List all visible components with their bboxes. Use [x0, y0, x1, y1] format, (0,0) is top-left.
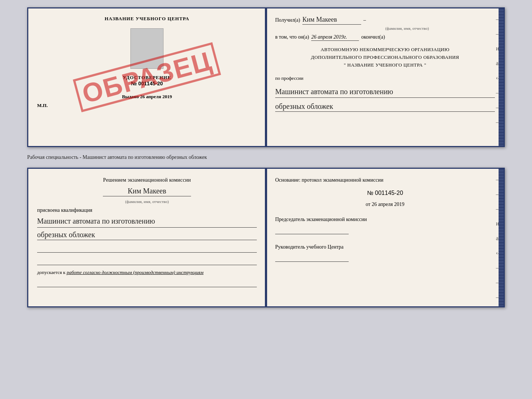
- dash-after-name: –: [363, 17, 366, 23]
- underline-1: [37, 245, 257, 253]
- dopuskaetsya-line: допускается к работе согласно должностны…: [37, 270, 257, 275]
- ot-label: от: [366, 202, 370, 207]
- org-block: АВТОНОМНУЮ НЕКОММЕРЧЕСКУЮ ОРГАНИЗАЦИЮ ДО…: [275, 46, 495, 69]
- fio-sublabel: (фамилия, имя, отчество): [319, 26, 495, 31]
- protocol-date-value: 26 апреля 2019: [372, 202, 405, 207]
- rukovoditel-title: Руководитель учебного Центра: [275, 243, 495, 251]
- bottom-certificate: Решением экзаменационной комиссии Ким Ма…: [27, 168, 505, 307]
- spine-texture: [499, 8, 504, 146]
- osnovanie-title: Основание: протокол экзаменационной коми…: [275, 176, 495, 184]
- top-certificate: НАЗВАНИЕ УЧЕБНОГО ЦЕНТРА УДОСТОВЕРЕНИЕ №…: [27, 7, 505, 147]
- cert-left-page: НАЗВАНИЕ УЧЕБНОГО ЦЕНТРА УДОСТОВЕРЕНИЕ №…: [28, 8, 266, 146]
- cert-right-page: Получил(а) Ким Макеев – (фамилия, имя, о…: [266, 8, 504, 146]
- rukovoditel-sign-line: [275, 253, 349, 262]
- bottom-left-page: Решением экзаменационной комиссии Ким Ма…: [28, 169, 266, 306]
- resheniyem-text: Решением экзаменационной комиссии: [103, 177, 191, 183]
- profession-line1: Машинист автомата по изготовлению: [275, 86, 495, 98]
- po-professii-label: по профессии: [275, 75, 495, 81]
- org-line3: " НАЗВАНИЕ УЧЕБНОГО ЦЕНТРА ": [275, 61, 495, 69]
- dopuskaetsya-label: допускается к: [37, 270, 65, 275]
- protocol-date: от 26 апреля 2019: [275, 202, 495, 207]
- document-container: НАЗВАНИЕ УЧЕБНОГО ЦЕНТРА УДОСТОВЕРЕНИЕ №…: [27, 7, 505, 307]
- profession-line2: обрезных обложек: [275, 102, 495, 112]
- protocol-number: № 001145-20: [275, 190, 495, 196]
- vtom-line: в том, что он(а) 26 апреля 2019г. окончи…: [275, 34, 495, 41]
- vtom-label: в том, что он(а): [275, 34, 309, 40]
- org-line1: АВТОНОМНУЮ НЕКОММЕРЧЕСКУЮ ОРГАНИЗАЦИЮ: [275, 46, 495, 54]
- rukovoditel-block: Руководитель учебного Центра: [275, 243, 495, 262]
- cert-school-name: НАЗВАНИЕ УЧЕБНОГО ЦЕНТРА: [105, 16, 190, 22]
- predsedatel-title: Председатель экзаменационной комиссии: [275, 215, 495, 223]
- bottom-name: Ким Макеев: [103, 187, 191, 196]
- org-line2: ДОПОЛНИТЕЛЬНОГО ПРОФЕССИОНАЛЬНОГО ОБРАЗО…: [275, 54, 495, 61]
- resheniyem-line: Решением экзаменационной комиссии: [37, 176, 257, 184]
- course-end-date: 26 апреля 2019г.: [311, 34, 359, 41]
- predsedatel-sign-line: [275, 225, 349, 234]
- predsedatel-block: Председатель экзаменационной комиссии: [275, 215, 495, 234]
- underline-2: [37, 258, 257, 265]
- bottom-underlines: [37, 245, 257, 265]
- kval-line2: обрезных обложек: [37, 231, 257, 240]
- kval-line1: Машинист автомата по изготовлению: [37, 215, 257, 228]
- dopuskaetsya-text: работе согласно должностным (производств…: [66, 270, 203, 275]
- mp-line: М.П.: [37, 103, 48, 108]
- recipient-name: Ким Макеев: [302, 16, 361, 25]
- middle-label: Рабочая специальность - Машинист автомат…: [27, 153, 505, 162]
- okonchil-label: окончил(а): [361, 34, 385, 40]
- prisvoena-line: присвоена квалификация: [37, 207, 257, 213]
- bottom-spine-texture: [499, 169, 504, 306]
- bottom-fio-sub: (фамилия, имя, отчество): [37, 199, 257, 204]
- poluchil-label: Получил(а): [275, 17, 300, 23]
- bottom-right-page: Основание: протокол экзаменационной коми…: [266, 169, 504, 306]
- underline-last: [37, 280, 257, 287]
- poluchil-line: Получил(а) Ким Макеев –: [275, 16, 495, 25]
